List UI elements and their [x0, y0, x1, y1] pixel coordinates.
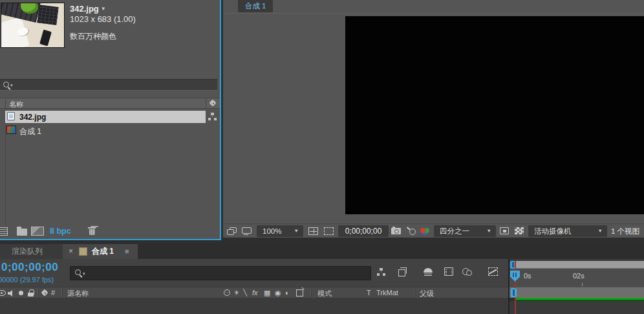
project-item-label: 合成 1	[19, 126, 41, 137]
chevron-down-icon: ▼	[598, 225, 603, 237]
camera-view-dropdown[interactable]: 活动摄像机 ▼	[528, 225, 607, 237]
divider	[61, 289, 62, 297]
eye-icon[interactable]	[0, 290, 6, 296]
parent-column-header[interactable]: 父级	[420, 289, 434, 298]
divider	[38, 289, 38, 297]
project-search-input[interactable]: ▾	[0, 79, 217, 91]
mode-column-header[interactable]: 模式	[317, 289, 332, 298]
divider	[223, 13, 644, 14]
interpret-footage-icon[interactable]	[0, 227, 8, 236]
graph-editor-icon[interactable]	[488, 267, 498, 276]
comp-color-swatch[interactable]	[79, 247, 87, 256]
work-area-row[interactable]	[510, 287, 644, 298]
source-name-column-header[interactable]: 源名称	[67, 289, 89, 298]
after-effects-window: 342.jpg▼ 1023 x 683 (1.00) 数百万种颜色 ▾ 名称 3…	[0, 0, 644, 314]
cached-frames-bar	[516, 298, 644, 301]
snapshot-camera-icon[interactable]	[391, 228, 401, 234]
frame-info: 00000 (29.97 fps)	[0, 276, 54, 284]
frame-blend-icon[interactable]: ▦	[264, 289, 270, 297]
search-options-caret-icon[interactable]: ▾	[83, 271, 85, 276]
close-icon[interactable]: ×	[69, 244, 73, 259]
draft-3d-icon[interactable]	[398, 267, 408, 276]
layer-area-empty	[0, 298, 508, 314]
quality-icon[interactable]: ╲	[243, 289, 247, 297]
footage-title[interactable]: 342.jpg▼	[70, 4, 106, 14]
divider	[310, 289, 311, 297]
search-options-caret-icon[interactable]: ▾	[10, 83, 13, 88]
show-channels-icon[interactable]	[420, 227, 431, 235]
current-time-indicator[interactable]	[510, 271, 520, 282]
divider	[206, 98, 206, 109]
view-layout-dropdown[interactable]: 1 个视图	[611, 227, 639, 236]
timeline-tab-bar: 渲染队列 × 合成 1 ≡	[0, 244, 644, 259]
ruler-label-02s: 02s	[573, 272, 585, 280]
mini-flowchart-icon[interactable]	[377, 268, 385, 276]
composition-view[interactable]	[345, 16, 644, 214]
index-column-header[interactable]: #	[51, 289, 55, 297]
current-timecode[interactable]: 0;00;00;00	[1, 261, 58, 274]
adjustment-layer-icon[interactable]: ◐	[285, 289, 290, 297]
speaker-icon[interactable]	[8, 289, 15, 297]
effects-icon[interactable]: fx	[252, 289, 258, 297]
project-item-comp[interactable]: 合成 1	[5, 124, 206, 137]
viewer-toolbar: 100% ▼ 0;00;00;00 四分之一 ▼ 活动摄像机 ▼ 1 个视图	[223, 223, 644, 238]
project-list-header: 名称	[0, 98, 220, 109]
timeline-comp-tab[interactable]: × 合成 1 ≡	[63, 244, 138, 259]
viewer-timecode[interactable]: 0;00;00;00	[338, 225, 389, 237]
bit-depth-button[interactable]: 8 bpc	[50, 227, 71, 236]
show-snapshot-icon[interactable]	[407, 227, 416, 235]
t-column-header[interactable]: T	[367, 289, 371, 297]
time-ruler-pane[interactable]: 0s 02s	[510, 259, 644, 287]
time-navigator-bar[interactable]	[515, 261, 644, 269]
motion-blur-icon[interactable]	[444, 267, 453, 276]
layer-column-header: # 源名称 ☀ ╲ fx ▦ ◉ ◐ 模式 T TrkMat 父级	[0, 287, 508, 298]
lock-icon[interactable]	[28, 289, 34, 297]
transparency-grid-icon[interactable]	[515, 227, 524, 234]
trkmat-column-header[interactable]: TrkMat	[376, 289, 398, 297]
solo-icon[interactable]	[19, 291, 23, 295]
track-area-empty	[510, 301, 644, 314]
footage-color-depth: 数百万种颜色	[70, 31, 116, 42]
panel-menu-icon[interactable]: ≡	[125, 244, 129, 259]
footage-dimensions: 1023 x 683 (1.00)	[70, 14, 136, 24]
trash-icon[interactable]	[88, 226, 96, 235]
thumbnail-phone	[39, 30, 52, 47]
usage-flowchart-icon	[208, 113, 217, 121]
comp-tab-label: 合成 1	[92, 244, 114, 259]
frame-blending-icon[interactable]	[424, 268, 433, 276]
timeline-panel: 渲染队列 × 合成 1 ≡ 0;00;00;00 00000 (29.97 fp…	[0, 244, 644, 314]
project-panel: 342.jpg▼ 1023 x 683 (1.00) 数百万种颜色 ▾ 名称 3…	[0, 0, 221, 240]
footage-filename: 342.jpg	[70, 4, 99, 14]
new-folder-icon[interactable]	[17, 229, 27, 236]
thumbnail-calculator	[37, 5, 58, 25]
zoom-dropdown[interactable]: 100% ▼	[257, 225, 303, 237]
work-area-start-handle[interactable]	[511, 288, 517, 297]
resolution-dropdown[interactable]: 四分之一 ▼	[434, 225, 496, 237]
ruler-label-0s: 0s	[524, 272, 531, 280]
region-of-interest-icon[interactable]	[324, 227, 334, 235]
render-queue-tab[interactable]: 渲染队列	[12, 244, 43, 259]
label-column-icon[interactable]	[209, 99, 217, 107]
motion-blur-switch-icon[interactable]: ◉	[275, 289, 281, 297]
project-item-label: 342.jpg	[19, 113, 46, 122]
always-preview-icon[interactable]	[227, 227, 237, 235]
cti-line	[515, 261, 516, 314]
viewer-tab[interactable]: 合成 1	[238, 0, 273, 12]
chevron-down-icon: ▼	[101, 6, 106, 12]
safe-margins-icon[interactable]	[308, 227, 318, 235]
brainstorm-icon[interactable]	[462, 268, 472, 276]
zoom-value: 100%	[263, 227, 281, 235]
roi-toggle-icon[interactable]	[500, 227, 509, 234]
new-composition-icon[interactable]	[31, 227, 44, 236]
shy-icon[interactable]	[224, 289, 230, 297]
footage-thumbnail	[1, 3, 65, 48]
3d-layer-icon[interactable]	[296, 289, 303, 297]
camera-view-value: 活动摄像机	[534, 227, 572, 235]
timeline-search-input[interactable]: ▾	[70, 266, 371, 280]
name-column-header[interactable]: 名称	[9, 100, 23, 109]
label-column-icon[interactable]	[41, 289, 49, 297]
composition-viewer-panel: 合成 1 100% ▼ 0;00;00;00 四分之一 ▼ 活动摄	[223, 0, 644, 238]
monitor-icon[interactable]	[242, 227, 251, 235]
collapse-transformations-icon[interactable]: ☀	[233, 289, 240, 297]
project-item-footage[interactable]: 342.jpg	[5, 111, 206, 123]
